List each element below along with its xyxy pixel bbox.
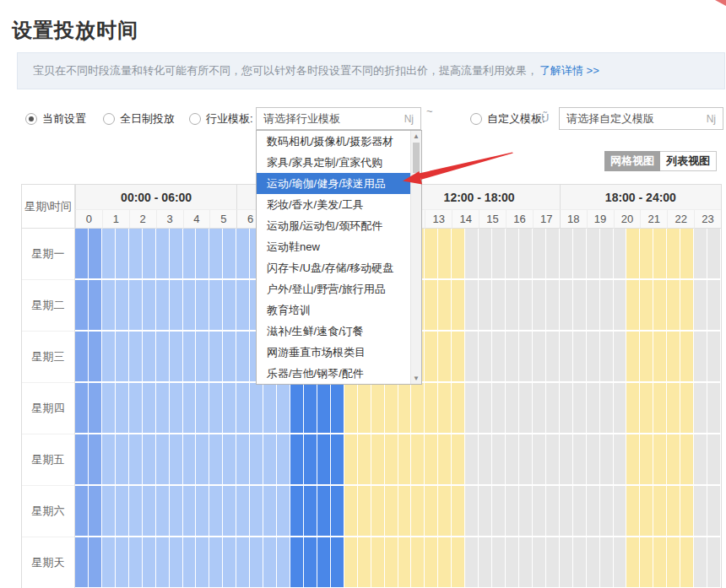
schedule-cell[interactable] — [626, 229, 640, 280]
scrollbar-thumb[interactable] — [413, 143, 420, 173]
schedule-cell[interactable] — [223, 537, 236, 588]
schedule-cell[interactable] — [626, 537, 640, 588]
schedule-cell[interactable] — [452, 486, 465, 537]
schedule-cell[interactable] — [626, 383, 640, 434]
schedule-cell[interactable] — [546, 537, 560, 588]
schedule-cell[interactable] — [209, 537, 223, 588]
schedule-cell[interactable] — [587, 486, 600, 537]
schedule-cell[interactable] — [653, 383, 667, 434]
schedule-cell[interactable] — [438, 332, 452, 383]
schedule-cell[interactable] — [667, 332, 680, 383]
schedule-cell[interactable] — [385, 486, 398, 537]
schedule-cell[interactable] — [209, 434, 223, 486]
schedule-cell[interactable] — [438, 229, 452, 280]
schedule-cell[interactable] — [385, 537, 398, 588]
schedule-cell[interactable] — [479, 537, 492, 588]
schedule-cell[interactable] — [694, 434, 707, 486]
schedule-cell[interactable] — [317, 486, 331, 537]
schedule-cell[interactable] — [506, 332, 519, 383]
schedule-cell[interactable] — [398, 537, 412, 588]
schedule-cell[interactable] — [465, 537, 479, 588]
schedule-cell[interactable] — [425, 229, 438, 280]
schedule-cell[interactable] — [465, 383, 479, 434]
schedule-cell[interactable] — [600, 486, 614, 537]
schedule-cell[interactable] — [667, 537, 680, 588]
dropdown-item[interactable]: 运动鞋new — [257, 236, 410, 257]
schedule-cell[interactable] — [263, 434, 277, 486]
schedule-cell[interactable] — [626, 486, 640, 537]
dropdown-scrollbar[interactable]: ▲ ▼ — [410, 131, 421, 384]
schedule-cell[interactable] — [102, 332, 116, 383]
schedule-cell[interactable] — [587, 280, 600, 332]
schedule-cell[interactable] — [506, 280, 519, 332]
scroll-up-icon[interactable]: ▲ — [411, 131, 421, 142]
schedule-cell[interactable] — [519, 280, 533, 332]
schedule-cell[interactable] — [667, 434, 680, 486]
schedule-cell[interactable] — [560, 383, 573, 434]
schedule-cell[interactable] — [425, 486, 438, 537]
schedule-cell[interactable] — [89, 383, 102, 434]
schedule-cell[interactable] — [398, 486, 412, 537]
schedule-cell[interactable] — [290, 537, 304, 588]
schedule-cell[interactable] — [385, 383, 398, 434]
schedule-cell[interactable] — [223, 383, 236, 434]
dropdown-item[interactable]: 教育培训 — [257, 299, 410, 321]
schedule-cell[interactable] — [116, 332, 129, 383]
schedule-cell[interactable] — [358, 434, 371, 486]
schedule-cell[interactable] — [102, 537, 116, 588]
schedule-cell[interactable] — [533, 537, 546, 588]
schedule-cell[interactable] — [223, 486, 236, 537]
schedule-cell[interactable] — [680, 486, 694, 537]
schedule-cell[interactable] — [358, 486, 371, 537]
schedule-cell[interactable] — [600, 434, 614, 486]
schedule-cell[interactable] — [587, 383, 600, 434]
schedule-cell[interactable] — [546, 229, 560, 280]
schedule-cell[interactable] — [290, 486, 304, 537]
schedule-cell[interactable] — [236, 229, 250, 280]
schedule-cell[interactable] — [533, 229, 546, 280]
schedule-cell[interactable] — [170, 434, 183, 486]
schedule-cell[interactable] — [304, 383, 317, 434]
schedule-cell[interactable] — [614, 537, 627, 588]
schedule-cell[interactable] — [573, 434, 587, 486]
schedule-cell[interactable] — [156, 537, 170, 588]
schedule-cell[interactable] — [425, 537, 438, 588]
schedule-cell[interactable] — [587, 332, 600, 383]
schedule-cell[interactable] — [425, 332, 438, 383]
schedule-cell[interactable] — [156, 486, 170, 537]
schedule-cell[interactable] — [170, 332, 183, 383]
schedule-cell[interactable] — [290, 434, 304, 486]
schedule-cell[interactable] — [560, 229, 573, 280]
schedule-cell[interactable] — [331, 537, 344, 588]
schedule-cell[interactable] — [236, 383, 250, 434]
schedule-cell[interactable] — [223, 280, 236, 332]
schedule-cell[interactable] — [196, 332, 209, 383]
schedule-cell[interactable] — [236, 280, 250, 332]
dropdown-item[interactable]: 数码相机/摄像机/摄影器材 — [257, 131, 410, 152]
schedule-cell[interactable] — [75, 486, 89, 537]
schedule-cell[interactable] — [129, 383, 143, 434]
radio-custom-template[interactable]: 自定义模板: — [470, 107, 545, 131]
radio-all-day[interactable]: 全日制投放 — [103, 107, 175, 131]
schedule-cell[interactable] — [680, 383, 694, 434]
schedule-cell[interactable] — [438, 486, 452, 537]
list-view-button[interactable]: 列表视图 — [660, 151, 717, 171]
schedule-cell[interactable] — [183, 332, 197, 383]
schedule-cell[interactable] — [694, 332, 707, 383]
schedule-cell[interactable] — [102, 486, 116, 537]
schedule-cell[interactable] — [560, 486, 573, 537]
schedule-cell[interactable] — [89, 229, 102, 280]
schedule-cell[interactable] — [438, 280, 452, 332]
schedule-cell[interactable] — [250, 383, 263, 434]
schedule-cell[interactable] — [560, 332, 573, 383]
schedule-cell[interactable] — [277, 383, 290, 434]
schedule-cell[interactable] — [614, 280, 627, 332]
schedule-cell[interactable] — [371, 537, 385, 588]
schedule-cell[interactable] — [116, 537, 129, 588]
schedule-cell[interactable] — [587, 537, 600, 588]
schedule-cell[interactable] — [358, 537, 371, 588]
schedule-cell[interactable] — [533, 486, 546, 537]
schedule-cell[interactable] — [344, 383, 358, 434]
schedule-cell[interactable] — [465, 280, 479, 332]
schedule-cell[interactable] — [304, 434, 317, 486]
